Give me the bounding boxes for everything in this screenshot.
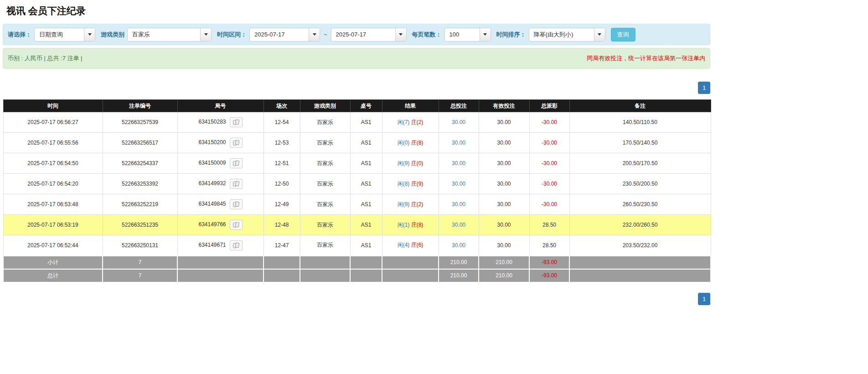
table-no-cell: AS1: [350, 153, 382, 174]
table-header: 时间注单编号局号场次游戏类别桌号结果总投注有效投注总派彩备注: [3, 100, 711, 112]
valid-bet-cell: 30.00: [479, 112, 529, 133]
empty-cell: [264, 256, 300, 269]
summary-count-cell: 7: [103, 269, 177, 282]
table-footer: 小计7210.00210.00-93.00总计7210.00210.00-93.…: [3, 256, 711, 282]
page-1-button[interactable]: 1: [698, 82, 710, 94]
total-bet-cell: 30.00: [439, 174, 479, 194]
round-id-cell: 634150283: [177, 112, 264, 133]
table-no-cell: AS1: [350, 112, 382, 133]
bet-id-cell: 522663251235: [103, 215, 177, 235]
total-bet-link[interactable]: 30.00: [452, 181, 465, 187]
payout-cell: -30.00: [529, 153, 569, 174]
sort-order-caret-button[interactable]: [594, 28, 605, 41]
summary-bar: 币别 : 人民币 | 总共 :7 注单 | 同局有效投注，统一计算在该局第一张注…: [3, 48, 710, 69]
empty-cell: [300, 256, 350, 269]
page: 视讯 会员下注纪录 请选择： 日期查询 游戏类别 百家乐 时间区间： 2025-…: [3, 0, 710, 305]
query-type-caret-button[interactable]: [84, 28, 95, 41]
bet-id-cell: 522663252219: [103, 194, 177, 215]
chevron-down-icon: [313, 33, 316, 36]
cards-icon: [232, 140, 240, 146]
round-detail-button[interactable]: [230, 158, 243, 168]
bet-id-cell: 522663253392: [103, 174, 177, 194]
round-detail-button[interactable]: [230, 179, 243, 189]
column-header: 桌号: [350, 100, 382, 112]
round-id-cell: 634149671: [177, 235, 264, 256]
time-cell: 2025-07-17 06:53:48: [3, 194, 103, 215]
date-to-combo[interactable]: 2025-07-17: [331, 28, 407, 42]
page-size-caret-button[interactable]: [480, 28, 491, 41]
summary-valid-bet-cell: 210.00: [479, 256, 529, 269]
round-detail-button[interactable]: [230, 117, 243, 127]
empty-cell: [264, 269, 300, 282]
result-cell: 闲(9) 庄(2): [382, 194, 439, 215]
total-bet-link[interactable]: 30.00: [452, 119, 465, 125]
bet-id-cell: 522663254337: [103, 153, 177, 174]
total-bet-link[interactable]: 30.00: [452, 201, 465, 208]
query-type-value: 日期查询: [35, 28, 84, 41]
table-row: 2025-07-17 06:53:19522663251235634149766…: [3, 215, 711, 235]
total-bet-link[interactable]: 30.00: [452, 160, 465, 166]
result-player: 闲(8): [398, 181, 410, 187]
note-cell: 140.50/110.50: [569, 112, 711, 133]
table-row: 2025-07-17 06:56:27522663257539634150283…: [3, 112, 711, 133]
records-table: 时间注单编号局号场次游戏类别桌号结果总投注有效投注总派彩备注 2025-07-1…: [3, 99, 711, 283]
game-type-caret-button[interactable]: [200, 28, 211, 41]
total-bet-link[interactable]: 30.00: [452, 140, 465, 146]
date-from-combo[interactable]: 2025-07-17: [249, 28, 320, 42]
empty-cell: [350, 269, 382, 282]
page-size-value: 100: [445, 28, 480, 41]
table-no-cell: AS1: [350, 215, 382, 235]
total-bet-link[interactable]: 30.00: [452, 222, 465, 228]
table-row: 2025-07-17 06:54:20522663253392634149932…: [3, 174, 711, 194]
result-banker: 庄(8): [411, 222, 424, 228]
round-id: 634149766: [198, 221, 226, 228]
round-detail-button[interactable]: [230, 240, 243, 250]
result-player: 闲(1): [398, 222, 410, 228]
cards-icon: [232, 160, 240, 166]
total-bet-cell: 30.00: [439, 194, 479, 215]
summary-payout-cell: -93.00: [529, 256, 569, 269]
empty-cell: [382, 256, 439, 269]
chevron-down-icon: [483, 33, 487, 36]
date-to-caret-button[interactable]: [395, 28, 406, 41]
empty-cell: [569, 256, 711, 269]
total-bet-link[interactable]: 30.00: [452, 242, 465, 249]
result-banker: 庄(6): [411, 242, 424, 248]
page-1-button[interactable]: 1: [698, 293, 710, 305]
column-header: 备注: [569, 100, 711, 112]
valid-bet-cell: 30.00: [479, 215, 529, 235]
query-type-combo[interactable]: 日期查询: [34, 28, 95, 42]
round-detail-button[interactable]: [230, 138, 243, 148]
chevron-down-icon: [204, 33, 208, 36]
result-cell: 闲(1) 庄(8): [382, 215, 439, 235]
game-type-combo[interactable]: 百家乐: [127, 28, 212, 42]
round-id: 634149671: [198, 242, 226, 248]
session-cell: 12-48: [264, 215, 300, 235]
session-cell: 12-54: [264, 112, 300, 133]
sort-order-combo[interactable]: 降幂(由大到小): [529, 28, 605, 42]
chevron-down-icon: [88, 33, 92, 36]
round-id: 634150283: [198, 119, 226, 125]
result-cell: 闲(9) 庄(0): [382, 153, 439, 174]
time-cell: 2025-07-17 06:54:20: [3, 174, 103, 194]
round-id-cell: 634149932: [177, 174, 264, 194]
table-body: 2025-07-17 06:56:27522663257539634150283…: [3, 112, 711, 256]
result-banker: 庄(0): [411, 160, 424, 166]
page-size-label: 每页笔数：: [412, 31, 442, 39]
table-no-cell: AS1: [350, 235, 382, 256]
round-detail-button[interactable]: [230, 199, 243, 209]
search-button[interactable]: 查询: [611, 28, 636, 42]
total-bet-cell: 30.00: [439, 133, 479, 153]
round-detail-button[interactable]: [230, 220, 243, 230]
valid-bet-cell: 30.00: [479, 235, 529, 256]
result-banker: 庄(8): [411, 140, 424, 146]
result-cell: 闲(4) 庄(6): [382, 235, 439, 256]
date-from-caret-button[interactable]: [309, 28, 320, 41]
page-title: 视讯 会员下注纪录: [3, 3, 710, 24]
page-size-combo[interactable]: 100: [444, 28, 491, 42]
note-cell: 260.50/230.50: [569, 194, 711, 215]
time-cell: 2025-07-17 06:55:56: [3, 133, 103, 153]
column-header: 局号: [177, 100, 264, 112]
round-id: 634149845: [198, 201, 226, 207]
column-header: 场次: [264, 100, 300, 112]
